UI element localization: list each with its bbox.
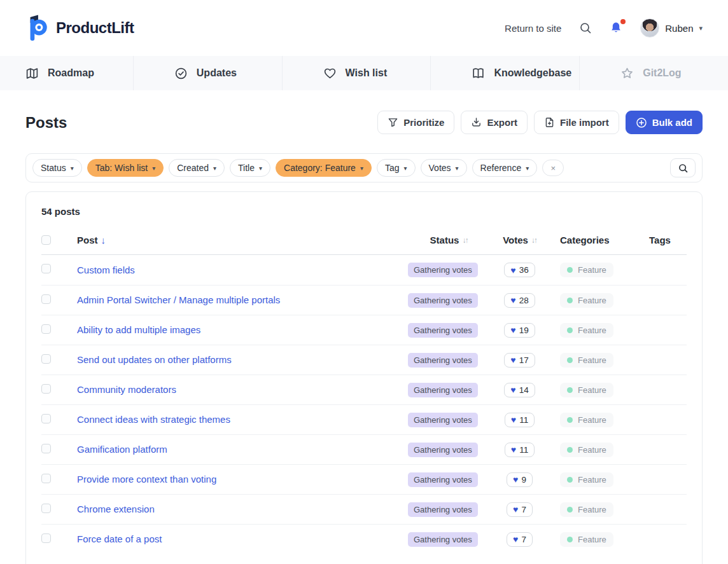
post-link[interactable]: Provide more context than voting (77, 474, 216, 485)
votes-pill[interactable]: ♥ 28 (504, 293, 535, 308)
votes-pill[interactable]: ♥ 36 (504, 263, 535, 277)
table-row: Ability to add multiple images Gathering… (41, 315, 687, 345)
return-to-site-link[interactable]: Return to site (505, 23, 561, 34)
brand-logo[interactable]: ProductLift (25, 14, 134, 42)
nav-item-updates[interactable]: Updates (133, 56, 282, 90)
export-label: Export (487, 117, 517, 128)
votes-pill[interactable]: ♥ 11 (505, 413, 535, 427)
funnel-icon (388, 117, 398, 128)
nav-item-knowledgebase[interactable]: Knowledgebase (430, 56, 579, 90)
portal-nav: Roadmap Updates Wish list Knowledgebase … (0, 56, 728, 90)
filter-chip-category-feature[interactable]: Category: Feature (276, 159, 372, 177)
votes-pill[interactable]: ♥ 9 (507, 472, 533, 487)
post-link[interactable]: Chrome extension (77, 504, 155, 514)
row-checkbox[interactable] (41, 504, 51, 513)
row-checkbox[interactable] (41, 354, 51, 364)
status-badge: Gathering votes (408, 443, 478, 457)
votes-count: 14 (519, 385, 529, 395)
row-checkbox[interactable] (41, 533, 51, 543)
row-checkbox[interactable] (41, 414, 51, 423)
clear-filters-button[interactable]: × (542, 160, 564, 176)
star-icon (620, 67, 634, 80)
posts-table-card: 54 posts Post ↓ Status ↓↑ Votes ↓↑ Categ… (25, 191, 703, 564)
category-badge: Feature (560, 443, 613, 457)
file-import-button[interactable]: File import (534, 111, 619, 134)
row-checkbox[interactable] (41, 384, 51, 394)
row-checkbox[interactable] (41, 324, 51, 334)
table-row: Connect ideas with strategic themes Gath… (41, 404, 687, 434)
filter-chip-created[interactable]: Created (169, 159, 225, 177)
category-badge: Feature (560, 263, 613, 277)
category-label: Feature (578, 415, 606, 425)
nav-item-roadmap[interactable]: Roadmap (0, 56, 133, 90)
votes-pill[interactable]: ♥ 19 (504, 323, 535, 338)
heart-icon: ♥ (513, 475, 518, 484)
category-dot-icon (567, 417, 573, 423)
row-checkbox[interactable] (41, 264, 51, 273)
table-header-row: Post ↓ Status ↓↑ Votes ↓↑ Categories Tag… (41, 226, 687, 255)
filter-chip-votes[interactable]: Votes (421, 159, 467, 177)
filter-bar: Status Tab: Wish list Created Title Cate… (25, 153, 703, 182)
bulk-add-button[interactable]: Bulk add (626, 111, 703, 134)
heart-icon: ♥ (510, 326, 515, 334)
post-link[interactable]: Custom fields (77, 265, 135, 275)
bulk-add-label: Bulk add (652, 117, 692, 128)
column-header-votes[interactable]: Votes ↓↑ (489, 235, 550, 245)
circle-plus-icon (636, 117, 647, 128)
notifications-bell-icon[interactable] (610, 22, 622, 34)
filter-chip-tab-wish-list[interactable]: Tab: Wish list (87, 159, 164, 177)
category-label: Feature (578, 296, 606, 305)
votes-pill[interactable]: ♥ 11 (505, 443, 535, 457)
nav-item-git2log[interactable]: Git2Log (579, 56, 728, 90)
post-link[interactable]: Ability to add multiple images (77, 324, 200, 335)
export-button[interactable]: Export (461, 111, 528, 134)
category-badge: Feature (560, 413, 613, 427)
table-row: Admin Portal Switcher / Manage multiple … (41, 285, 687, 315)
filter-search-button[interactable] (670, 158, 696, 177)
status-badge: Gathering votes (408, 532, 478, 547)
filter-chip-status[interactable]: Status (32, 159, 82, 177)
user-menu[interactable]: Ruben ▾ (640, 18, 703, 38)
votes-count: 9 (521, 475, 526, 485)
column-header-post[interactable]: Post ↓ (69, 235, 400, 245)
status-badge: Gathering votes (408, 413, 478, 427)
votes-pill[interactable]: ♥ 17 (504, 353, 535, 368)
search-icon[interactable] (579, 22, 592, 34)
prioritize-button[interactable]: Prioritize (377, 111, 454, 134)
votes-count: 19 (519, 326, 529, 335)
column-header-status[interactable]: Status ↓↑ (400, 235, 489, 245)
row-checkbox[interactable] (41, 294, 51, 304)
post-link[interactable]: Gamification platform (77, 444, 167, 455)
votes-count: 36 (519, 265, 529, 275)
user-avatar (640, 18, 659, 38)
category-label: Feature (578, 445, 606, 455)
category-label: Feature (578, 265, 606, 275)
filter-chip-title[interactable]: Title (230, 159, 270, 177)
row-checkbox[interactable] (41, 474, 51, 483)
category-dot-icon (567, 507, 573, 512)
votes-count: 11 (519, 445, 528, 455)
post-link[interactable]: Send out updates on other platforms (77, 354, 232, 365)
votes-count: 7 (521, 505, 526, 514)
post-link[interactable]: Admin Portal Switcher / Manage multiple … (77, 294, 280, 305)
select-all-checkbox[interactable] (41, 235, 51, 245)
nav-item-label: Wish list (346, 67, 388, 79)
filter-chip-reference[interactable]: Reference (472, 159, 538, 177)
table-row: Custom fields Gathering votes ♥ 36 Featu… (41, 255, 687, 285)
status-badge: Gathering votes (408, 472, 478, 487)
category-label: Feature (578, 326, 606, 335)
post-link[interactable]: Community moderators (77, 384, 176, 395)
filter-chip-tag[interactable]: Tag (377, 159, 416, 177)
nav-item-wish-list[interactable]: Wish list (282, 56, 431, 90)
row-checkbox[interactable] (41, 444, 51, 453)
votes-pill[interactable]: ♥ 7 (507, 532, 533, 547)
post-link[interactable]: Connect ideas with strategic themes (77, 414, 230, 425)
votes-pill[interactable]: ♥ 7 (507, 502, 533, 517)
posts-count: 54 posts (26, 192, 702, 221)
heart-outline-icon (323, 67, 337, 80)
votes-pill[interactable]: ♥ 14 (504, 383, 535, 397)
post-link[interactable]: Force date of a post (77, 533, 162, 544)
top-header: ProductLift Return to site Ruben ▾ (0, 0, 728, 56)
heart-icon: ♥ (511, 445, 516, 454)
category-badge: Feature (560, 532, 613, 547)
